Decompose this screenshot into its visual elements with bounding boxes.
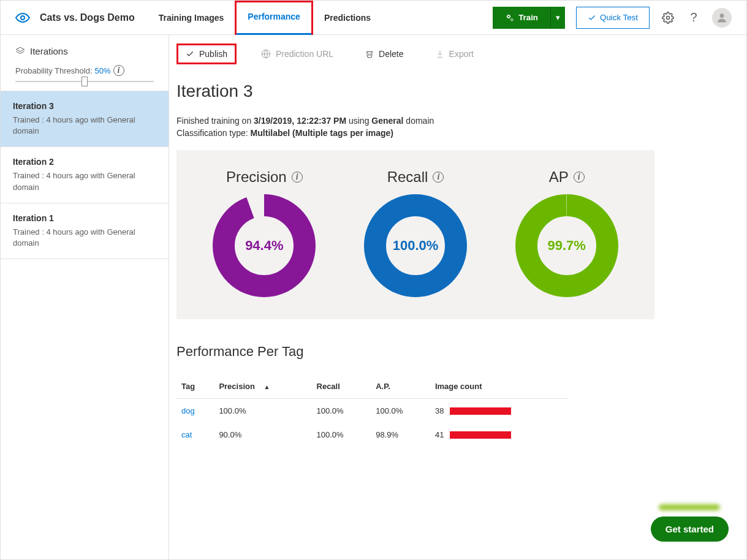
cell-precision: 90.0% [214, 423, 311, 447]
tab-training-images[interactable]: Training Images [148, 1, 235, 35]
cell-precision: 100.0% [214, 399, 311, 423]
table-header-row: Tag Precision ▲ Recall A.P. Image count [176, 374, 569, 399]
per-tag-table: Tag Precision ▲ Recall A.P. Image count … [176, 374, 569, 447]
iteration-item-2[interactable]: Iteration 2 Trained : 4 hours ago with G… [1, 147, 169, 203]
table-row: dog 100.0% 100.0% 100.0% 38 [176, 399, 569, 423]
check-icon [588, 13, 596, 22]
col-recall[interactable]: Recall [312, 374, 371, 399]
prediction-url-label: Prediction URL [276, 49, 333, 59]
probability-threshold: Probability Threshold: 50% i [15, 65, 154, 76]
download-icon [436, 50, 444, 58]
table-row: cat 90.0% 100.0% 98.9% 41 [176, 423, 569, 447]
count-value: 38 [435, 406, 444, 415]
info-icon[interactable]: i [113, 65, 124, 76]
info-icon[interactable]: i [292, 172, 303, 183]
get-started-float: Get started [651, 504, 729, 542]
train-button[interactable]: Train [493, 7, 550, 29]
settings-button[interactable] [661, 10, 675, 25]
svg-point-2 [511, 18, 513, 20]
recall-label-text: Recall [387, 168, 428, 186]
col-precision[interactable]: Precision ▲ [214, 374, 311, 399]
help-button[interactable]: ? [686, 10, 701, 25]
iteration-item-1[interactable]: Iteration 1 Trained : 4 hours ago with G… [1, 203, 169, 259]
content-area: Iteration 3 Finished training on 3/19/20… [169, 73, 746, 471]
sidebar-top: Iterations Probability Threshold: 50% i [1, 35, 169, 91]
export-button: Export [428, 45, 481, 62]
precision-value: 94.4% [245, 238, 283, 254]
slider-handle[interactable] [82, 77, 88, 86]
cell-ap: 100.0% [371, 399, 430, 423]
info-icon[interactable]: i [574, 172, 585, 183]
header-actions: Train ▾ Quick Test ? [493, 7, 732, 29]
project-icon [15, 10, 30, 25]
ap-label-text: AP [549, 168, 569, 186]
publish-button[interactable]: Publish [178, 45, 235, 62]
ap-label: AP i [512, 168, 622, 186]
tag-link-dog[interactable]: dog [181, 406, 195, 415]
tab-performance[interactable]: Performance [237, 1, 311, 35]
classification-type-line: Classification type: Multilabel (Multipl… [176, 128, 746, 138]
metric-precision: Precision i 94.4% [209, 168, 319, 301]
cell-ap: 98.9% [371, 423, 430, 447]
user-avatar[interactable] [712, 8, 732, 28]
iteration-sub: Trained : 4 hours ago with General domai… [13, 227, 156, 249]
info-icon[interactable]: i [433, 172, 444, 183]
ap-value: 99.7% [547, 238, 585, 254]
col-ap[interactable]: A.P. [371, 374, 430, 399]
class-type-value: Multilabel (Multiple tags per image) [251, 128, 393, 138]
get-started-button[interactable]: Get started [651, 516, 729, 542]
svg-marker-5 [16, 47, 24, 51]
class-type-label: Classification type: [176, 128, 251, 138]
threshold-slider[interactable] [15, 81, 154, 82]
iteration-item-3[interactable]: Iteration 3 Trained : 4 hours ago with G… [1, 91, 169, 147]
highlight-publish-button: Publish [176, 44, 237, 64]
recall-donut: 100.0% [360, 191, 471, 301]
tab-predictions[interactable]: Predictions [313, 1, 382, 35]
cell-recall: 100.0% [312, 399, 371, 423]
tag-link-cat[interactable]: cat [181, 430, 192, 439]
finished-suffix: domain [403, 116, 434, 126]
svg-point-3 [667, 16, 670, 19]
iteration-list: Iteration 3 Trained : 4 hours ago with G… [1, 91, 169, 259]
trash-icon [365, 50, 374, 58]
app-header: Cats vs. Dogs Demo Training Images Perfo… [1, 1, 746, 35]
iteration-name: Iteration 1 [13, 213, 156, 223]
count-bar [450, 407, 511, 415]
col-count[interactable]: Image count [430, 374, 569, 399]
precision-donut: 94.4% [209, 191, 319, 301]
svg-point-0 [21, 16, 25, 20]
precision-label: Precision i [209, 168, 319, 186]
delete-label: Delete [379, 49, 403, 59]
svg-point-4 [720, 13, 724, 18]
finished-time: 3/19/2019, 12:22:37 PM [254, 116, 346, 126]
quick-test-label: Quick Test [600, 13, 638, 22]
prediction-url-button: Prediction URL [254, 45, 341, 62]
recall-label: Recall i [360, 168, 471, 186]
export-label: Export [449, 49, 474, 59]
quick-test-button[interactable]: Quick Test [576, 7, 650, 29]
iteration-name: Iteration 3 [13, 101, 156, 111]
caret-down-icon: ▾ [556, 13, 560, 22]
train-dropdown-button[interactable]: ▾ [550, 7, 565, 29]
delete-button[interactable]: Delete [358, 45, 411, 62]
nav-tabs: Training Images Performance Predictions [148, 1, 382, 35]
finished-domain: General [371, 116, 403, 126]
recall-value: 100.0% [393, 238, 439, 254]
sidebar-iterations-header: Iterations [15, 46, 154, 56]
cell-count: 41 [435, 430, 564, 439]
cell-count: 38 [435, 406, 564, 415]
threshold-value: 50% [95, 66, 111, 75]
main-content: Publish Prediction URL Delete Export Ite… [169, 35, 746, 559]
finished-prefix: Finished training on [176, 116, 254, 126]
iteration-name: Iteration 2 [13, 157, 156, 167]
highlight-performance-tab: Performance [235, 1, 313, 35]
per-tag-title: Performance Per Tag [176, 344, 746, 360]
cell-recall: 100.0% [312, 423, 371, 447]
sort-asc-icon: ▲ [264, 384, 270, 390]
col-tag[interactable]: Tag [176, 374, 214, 399]
metric-recall: Recall i 100.0% [360, 168, 471, 301]
sidebar: Iterations Probability Threshold: 50% i … [1, 35, 169, 559]
sidebar-title-text: Iterations [30, 46, 68, 56]
finished-mid: using [346, 116, 371, 126]
check-icon [186, 50, 194, 58]
